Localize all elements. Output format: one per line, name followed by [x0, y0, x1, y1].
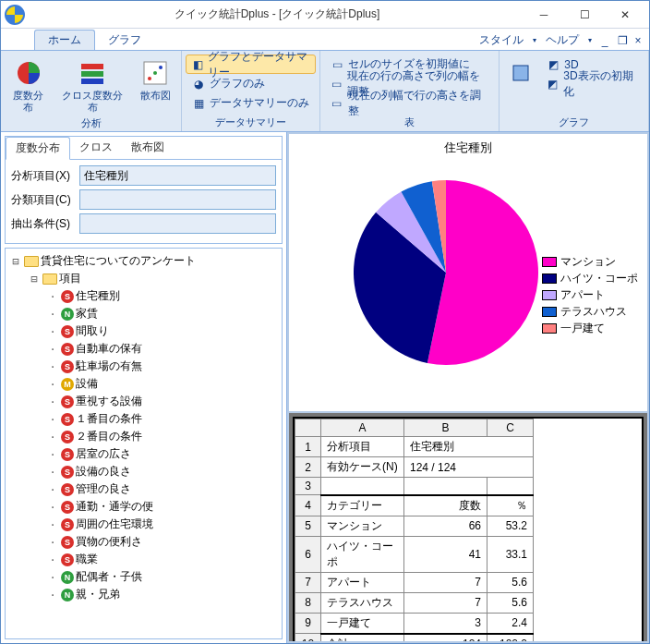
tree-root[interactable]: ⊟賃貸住宅についてのアンケート [9, 252, 278, 270]
tree-item[interactable]: ·S重視する設備 [9, 393, 278, 410]
tree-item[interactable]: ·S通勤・通学の便 [9, 498, 278, 516]
legend-swatch [542, 290, 557, 300]
window-title: クイック統計Dplus - [クイック統計Dplus] [30, 6, 524, 22]
graph-toggle-button[interactable] [503, 55, 538, 88]
close-button[interactable]: ✕ [605, 2, 645, 28]
var-type-icon: S [61, 518, 74, 531]
summary-only-button[interactable]: ▦データサマリーのみ [186, 93, 316, 113]
field-classify-item[interactable] [79, 189, 276, 210]
tree-item[interactable]: ·S駐車場の有無 [9, 358, 278, 375]
var-type-icon: S [61, 466, 74, 479]
table-row[interactable]: 9一戸建て32.4 [295, 613, 534, 634]
freq-button[interactable]: 度数分布 [5, 55, 52, 114]
tree-item[interactable]: ·M設備 [9, 375, 278, 393]
cell-icon: ▭ [330, 57, 344, 72]
tree-item-label: 周囲の住宅環境 [76, 516, 153, 532]
var-type-icon: S [61, 395, 74, 408]
tree-item[interactable]: ·S買物の便利さ [9, 533, 278, 551]
svg-rect-2 [81, 71, 103, 77]
3d-icon: ◩ [546, 57, 560, 72]
qtab-cross[interactable]: クロス [70, 137, 122, 159]
tree-panel[interactable]: ⊟賃貸住宅についてのアンケート ⊟項目 ·S住宅種別·N家賃·S間取り·S自動車… [5, 248, 283, 639]
tree-item[interactable]: ·S職業 [9, 551, 278, 568]
graph-and-summary-button[interactable]: ◧グラフとデータサマリー [186, 55, 316, 74]
graph-only-button[interactable]: ◕グラフのみ [186, 74, 316, 93]
minimize-button[interactable]: ─ [524, 2, 564, 28]
legend-label: アパート [560, 287, 605, 303]
table-row[interactable]: 5マンション6653.2 [295, 516, 534, 536]
var-type-icon: N [61, 571, 74, 584]
table-row[interactable]: 6ハイツ・コーポ4133.1 [295, 536, 534, 572]
legend-label: ハイツ・コーポ [560, 271, 638, 286]
field-analysis-item[interactable]: 住宅種別 [79, 165, 276, 186]
maximize-button[interactable]: ☐ [564, 2, 605, 28]
tree-item[interactable]: ·S自動車の保有 [9, 340, 278, 358]
pie-icon [14, 58, 43, 88]
qtab-scatter[interactable]: 散布図 [122, 137, 174, 159]
tree-item[interactable]: ·N配偶者・子供 [9, 568, 278, 586]
mdi-minimize-icon[interactable]: _ [597, 32, 612, 49]
combo-icon: ◧ [192, 57, 204, 72]
tree-item[interactable]: ·S２番目の条件 [9, 428, 278, 445]
cube-icon [506, 58, 536, 88]
legend-swatch [542, 323, 557, 334]
tree-item[interactable]: ·S間取り [9, 322, 278, 340]
legend-swatch [542, 307, 557, 317]
tree-items-folder[interactable]: ⊟項目 [9, 270, 278, 287]
qtab-freq[interactable]: 度数分布 [6, 137, 70, 160]
col-width-button[interactable]: ▭現在の列幅で行の高さを調整 [324, 93, 495, 113]
tree-item[interactable]: ·S住宅種別 [9, 287, 278, 305]
legend-item: マンション [542, 254, 638, 270]
tree-item-label: ２番目の条件 [76, 429, 142, 444]
var-type-icon: S [61, 483, 74, 496]
legend-label: マンション [560, 254, 616, 270]
tree-item-label: 住宅種別 [76, 288, 120, 304]
var-type-icon: S [61, 431, 74, 444]
bars-icon [78, 58, 107, 88]
var-type-icon: S [61, 536, 74, 549]
field-filter-cond[interactable] [79, 213, 276, 234]
tree-item[interactable]: ·S設備の良さ [9, 463, 278, 480]
tree-item[interactable]: ·S周囲の住宅環境 [9, 516, 278, 533]
tree-item[interactable]: ·N親・兄弟 [9, 586, 278, 603]
tree-item[interactable]: ·S居室の広さ [9, 445, 278, 463]
3d-init-button[interactable]: ◩3D表示の初期化 [540, 74, 644, 93]
var-type-icon: N [61, 589, 74, 601]
legend-label: テラスハウス [560, 304, 627, 320]
var-type-icon: S [61, 553, 74, 566]
tree-item[interactable]: ·N家賃 [9, 305, 278, 322]
var-type-icon: S [61, 448, 74, 461]
cross-button[interactable]: クロス度数分布 [54, 55, 131, 114]
legend-swatch [542, 257, 557, 267]
svg-point-6 [153, 71, 157, 75]
chart-legend: マンションハイツ・コーポアパートテラスハウス一戸建て [542, 254, 638, 337]
var-type-icon: S [61, 343, 74, 356]
var-type-icon: S [61, 325, 74, 338]
table-row[interactable]: 8テラスハウス75.6 [295, 592, 534, 613]
menu-help[interactable]: ヘルプ [542, 30, 583, 50]
ribbon-tabs: ホーム グラフ スタイル▾ ヘルプ▾ _ ❐ × [1, 29, 649, 51]
mdi-close-icon[interactable]: × [631, 32, 645, 49]
chevron-down-icon[interactable]: ▾ [584, 34, 596, 46]
tree-item[interactable]: ·S１番目の条件 [9, 410, 278, 428]
mdi-restore-icon[interactable]: ❐ [614, 32, 629, 49]
chevron-down-icon[interactable]: ▾ [529, 34, 540, 46]
tree-item[interactable]: ·S管理の良さ [9, 480, 278, 498]
scatter-button[interactable]: 散布図 [133, 55, 177, 102]
table-row[interactable]: 7アパート75.6 [295, 572, 534, 592]
var-type-icon: S [61, 290, 74, 303]
legend-item: ハイツ・コーポ [542, 271, 638, 286]
tab-graph[interactable]: グラフ [95, 30, 154, 50]
group-label: グラフ [501, 115, 646, 129]
var-type-icon: S [61, 360, 74, 373]
label-analysis-item: 分析項目(X) [11, 168, 79, 184]
chart-title: 住宅種別 [289, 134, 647, 156]
tree-item-label: 配偶者・子供 [76, 569, 142, 585]
tree-item-label: 設備 [76, 376, 98, 392]
tab-home[interactable]: ホーム [34, 30, 95, 50]
titlebar: クイック統計Dplus - [クイック統計Dplus] ─ ☐ ✕ [1, 1, 649, 29]
table-icon: ▦ [191, 96, 206, 111]
chart-area: 住宅種別 マンションハイツ・コーポアパートテラスハウス一戸建て [289, 134, 647, 411]
data-sheet[interactable]: ABC 1分析項目住宅種別 2有効ケース(N)124 / 124 3 4カテゴリ… [293, 417, 644, 641]
menu-style[interactable]: スタイル [475, 30, 527, 50]
